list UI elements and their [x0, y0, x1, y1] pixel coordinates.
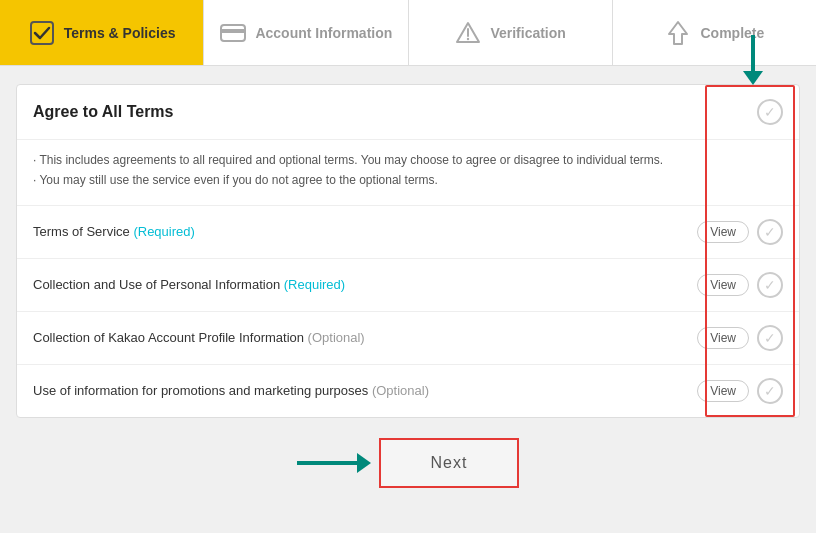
agree-all-check[interactable]: ✓ — [757, 99, 783, 125]
svg-marker-6 — [669, 22, 687, 44]
tab-account[interactable]: Account Information — [204, 0, 408, 65]
term-badge-profile: (Optional) — [308, 330, 365, 345]
svg-rect-2 — [221, 29, 245, 33]
term-actions-personal: View ✓ — [697, 272, 783, 298]
triangle-icon — [454, 19, 482, 47]
term-actions-marketing: View ✓ — [697, 378, 783, 404]
term-row-personal: Collection and Use of Personal Informati… — [17, 259, 799, 312]
term-badge-personal: (Required) — [284, 277, 345, 292]
next-button[interactable]: Next — [379, 438, 520, 488]
term-label-personal: Collection and Use of Personal Informati… — [33, 277, 345, 292]
desc-line2: · You may still use the service even if … — [33, 170, 783, 190]
view-button-marketing[interactable]: View — [697, 380, 749, 402]
view-button-tos[interactable]: View — [697, 221, 749, 243]
term-badge-tos: (Required) — [133, 224, 194, 239]
agree-check-tos[interactable]: ✓ — [757, 219, 783, 245]
tab-terms-label: Terms & Policies — [64, 25, 176, 41]
term-label-marketing: Use of information for promotions and ma… — [33, 383, 429, 398]
term-badge-marketing: (Optional) — [372, 383, 429, 398]
card-title: Agree to All Terms — [33, 103, 173, 121]
upload-icon — [664, 19, 692, 47]
tab-verification[interactable]: Verification — [409, 0, 613, 65]
term-row-tos: Terms of Service (Required) View ✓ — [17, 206, 799, 259]
term-row-marketing: Use of information for promotions and ma… — [17, 365, 799, 417]
terms-card: Agree to All Terms ✓ · This includes agr… — [16, 84, 800, 418]
down-arrow-annotation — [743, 35, 763, 85]
term-label-profile: Collection of Kakao Account Profile Info… — [33, 330, 365, 345]
desc-line1: · This includes agreements to all requir… — [33, 150, 783, 170]
term-actions-profile: View ✓ — [697, 325, 783, 351]
credit-card-icon — [219, 19, 247, 47]
agree-check-personal[interactable]: ✓ — [757, 272, 783, 298]
term-row-profile: Collection of Kakao Account Profile Info… — [17, 312, 799, 365]
tab-complete[interactable]: Complete — [613, 0, 816, 65]
check-square-icon — [28, 19, 56, 47]
tab-verification-label: Verification — [490, 25, 565, 41]
svg-point-5 — [467, 37, 469, 39]
tab-bar: Terms & Policies Account Information Ver… — [0, 0, 816, 66]
tab-account-label: Account Information — [255, 25, 392, 41]
bottom-area: Next — [16, 438, 800, 488]
card-header: Agree to All Terms ✓ — [17, 85, 799, 140]
term-label-tos: Terms of Service (Required) — [33, 224, 195, 239]
agree-check-marketing[interactable]: ✓ — [757, 378, 783, 404]
view-button-personal[interactable]: View — [697, 274, 749, 296]
agree-check-profile[interactable]: ✓ — [757, 325, 783, 351]
card-description: · This includes agreements to all requir… — [17, 140, 799, 206]
view-button-profile[interactable]: View — [697, 327, 749, 349]
main-content: Agree to All Terms ✓ · This includes agr… — [0, 66, 816, 533]
tab-terms[interactable]: Terms & Policies — [0, 0, 204, 65]
right-arrow-annotation — [297, 453, 371, 473]
term-actions-tos: View ✓ — [697, 219, 783, 245]
